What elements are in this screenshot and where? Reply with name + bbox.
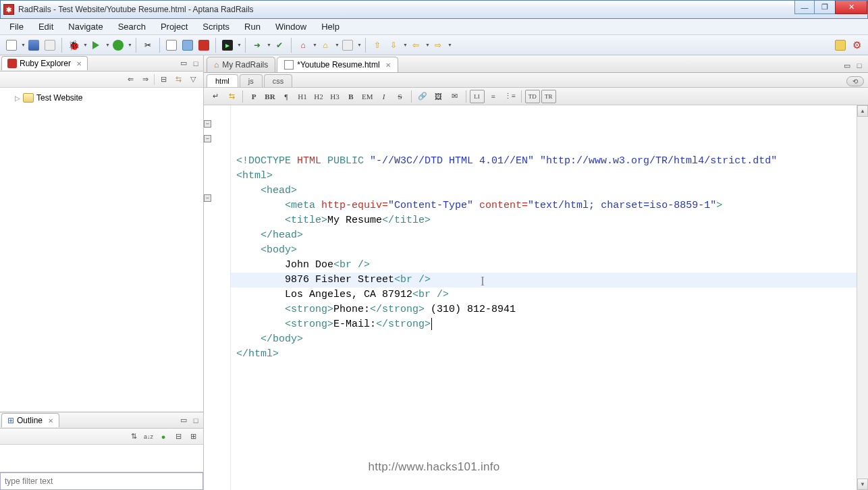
menu-icon[interactable]: ▽ <box>187 74 199 86</box>
ruby-explorer-tab[interactable]: Ruby Explorer ✕ <box>1 56 88 70</box>
li-icon[interactable]: LI <box>470 90 485 103</box>
scissors-icon[interactable]: ✂ <box>140 38 155 53</box>
h1-button[interactable]: H1 <box>295 90 310 103</box>
menu-navigate[interactable]: Navigate <box>61 20 109 34</box>
code-editor[interactable]: − − − <!DOCTYPE HTML PUBLIC "-//W3C//DTD… <box>204 105 868 490</box>
run-button[interactable] <box>88 38 103 53</box>
fold-icon[interactable]: − <box>204 194 211 202</box>
menu-scripts[interactable]: Scripts <box>196 20 236 34</box>
maximize-view-icon[interactable]: □ <box>191 59 200 68</box>
fwd-icon[interactable]: ⇒ <box>139 74 151 86</box>
tab-youtube-resume[interactable]: *Youtube Resume.html ✕ <box>277 57 398 72</box>
scroll-down-icon[interactable]: ▼ <box>857 479 868 490</box>
up-arrow-icon[interactable]: ⇧ <box>370 38 385 53</box>
wrap-icon[interactable]: ↵ <box>208 90 223 103</box>
menu-search[interactable]: Search <box>111 20 153 34</box>
vertical-scrollbar[interactable]: ▲ ▼ <box>857 105 868 490</box>
close-icon[interactable]: ✕ <box>385 61 391 69</box>
maximize-button[interactable]: ❐ <box>815 1 835 14</box>
scroll-up-icon[interactable]: ▲ <box>857 105 868 117</box>
image-icon[interactable]: 🖼 <box>431 90 446 103</box>
pill-icon[interactable]: ⟲ <box>846 76 864 86</box>
tab-my-radrails[interactable]: ⌂ My RadRails <box>207 57 275 72</box>
p-button[interactable]: P <box>246 90 261 103</box>
perspective-icon[interactable] <box>833 38 848 53</box>
gear-icon[interactable]: ⚙ <box>849 38 864 53</box>
ol-icon[interactable]: ≡ <box>486 90 501 103</box>
chain-icon[interactable]: 🔗 <box>415 90 430 103</box>
filter-input[interactable] <box>0 472 203 490</box>
menu-edit[interactable]: Edit <box>32 20 60 34</box>
tr-button[interactable]: TR <box>541 90 556 103</box>
expand-icon[interactable]: ▷ <box>15 94 20 102</box>
expand-icon[interactable]: ⊞ <box>187 431 199 443</box>
dropdown-icon[interactable]: ▼ <box>237 43 241 47</box>
maximize-view-icon[interactable]: □ <box>191 416 200 425</box>
bold-button[interactable]: B <box>344 90 358 103</box>
dropdown-icon[interactable]: ▼ <box>21 43 25 47</box>
pilcrow-button[interactable]: ¶ <box>279 90 294 103</box>
menu-file[interactable]: File <box>3 20 30 34</box>
new-button[interactable] <box>4 38 19 53</box>
print-button[interactable] <box>43 38 57 53</box>
dropdown-icon[interactable]: ▼ <box>128 43 132 47</box>
minimize-button[interactable]: — <box>794 1 815 14</box>
collapse-icon[interactable]: ⊟ <box>172 431 184 443</box>
menu-help[interactable]: Help <box>315 20 346 34</box>
fwd-icon[interactable]: ⇨ <box>431 38 445 53</box>
terminal-icon[interactable]: ▸ <box>220 38 235 53</box>
dropdown-icon[interactable]: ▼ <box>267 43 271 47</box>
italic-button[interactable]: I <box>377 90 391 103</box>
collapse-icon[interactable]: ⊟ <box>157 74 169 86</box>
sort-icon[interactable]: ⇅ <box>128 431 140 443</box>
minimize-view-icon[interactable]: ▭ <box>179 416 188 425</box>
external-button[interactable] <box>111 38 126 53</box>
debug-button[interactable]: 🐞 <box>66 38 81 53</box>
dropdown-icon[interactable]: ▼ <box>313 43 317 47</box>
minimize-view-icon[interactable]: ▭ <box>842 61 852 70</box>
menu-project[interactable]: Project <box>154 20 194 34</box>
subtab-js[interactable]: js <box>240 74 263 87</box>
dropdown-icon[interactable]: ▼ <box>83 43 87 47</box>
save-button[interactable] <box>26 38 41 53</box>
td-button[interactable]: TD <box>525 90 540 103</box>
br-button[interactable]: BR <box>263 90 277 103</box>
fold-icon[interactable]: − <box>204 120 211 128</box>
menu-window[interactable]: Window <box>269 20 313 34</box>
minimize-view-icon[interactable]: ▭ <box>179 59 188 68</box>
link-icon[interactable]: ⇆ <box>224 90 239 103</box>
em-button[interactable]: EM <box>360 90 375 103</box>
strike-button[interactable]: S <box>393 90 408 103</box>
link-icon[interactable]: ⇆ <box>172 74 184 86</box>
close-icon[interactable]: ✕ <box>76 60 82 67</box>
dropdown-icon[interactable]: ▼ <box>403 43 407 47</box>
fold-icon[interactable]: − <box>204 135 211 142</box>
print2-icon[interactable] <box>340 38 355 53</box>
close-icon[interactable]: ✕ <box>48 417 53 425</box>
ul-icon[interactable]: ⋮≡ <box>502 90 518 103</box>
subtab-html[interactable]: html <box>207 74 238 87</box>
mail-icon[interactable]: ✉ <box>447 90 462 103</box>
h2-button[interactable]: H2 <box>311 90 326 103</box>
maximize-view-icon[interactable]: □ <box>855 61 864 70</box>
back-icon[interactable]: ⇐ <box>124 74 136 86</box>
tb-blue-icon[interactable] <box>180 38 195 53</box>
outline-tab[interactable]: ⊞ Outline ✕ <box>1 413 59 427</box>
forward-icon[interactable]: ➜ <box>250 38 265 53</box>
dropdown-icon[interactable]: ▼ <box>447 43 452 47</box>
check-icon[interactable]: ✔ <box>272 38 287 53</box>
down-arrow-icon[interactable]: ⇩ <box>386 38 401 53</box>
tb-doc-icon[interactable] <box>164 38 179 53</box>
az-icon[interactable]: a↓z <box>142 431 155 443</box>
close-button[interactable]: ✕ <box>835 1 867 14</box>
dropdown-icon[interactable]: ▼ <box>425 43 429 47</box>
menu-run[interactable]: Run <box>238 20 267 34</box>
dropdown-icon[interactable]: ▼ <box>357 43 361 47</box>
dot-icon[interactable]: ● <box>157 431 169 443</box>
subtab-css[interactable]: css <box>264 74 293 87</box>
tb-red-icon[interactable] <box>196 38 211 53</box>
dropdown-icon[interactable]: ▼ <box>105 43 109 47</box>
back-icon[interactable]: ⇦ <box>408 38 423 53</box>
h3-button[interactable]: H3 <box>327 90 342 103</box>
project-tree[interactable]: ▷ Test Website <box>0 88 203 412</box>
